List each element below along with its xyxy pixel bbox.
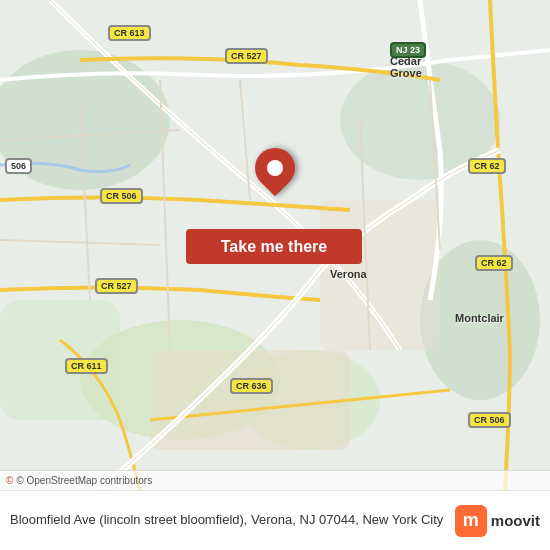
place-label-cedar-grove: CedarGrove <box>390 55 422 79</box>
moovit-icon: m <box>455 505 487 537</box>
road-badge-506: 506 <box>5 158 32 174</box>
take-me-there-button[interactable]: Take me there <box>186 229 362 264</box>
road-badge-cr613: CR 613 <box>108 25 151 41</box>
road-badge-cr636: CR 636 <box>230 378 273 394</box>
osm-icon: © <box>6 475 13 486</box>
road-badge-cr527-top: CR 527 <box>225 48 268 64</box>
road-badge-cr62-top: CR 62 <box>468 158 506 174</box>
map-container[interactable]: CR 613 CR 527 NJ 23 506 CR 506 CR 527 CR… <box>0 0 550 490</box>
place-label-verona: Verona <box>330 268 367 280</box>
location-pin <box>255 148 295 188</box>
moovit-logo: m moovit <box>455 505 540 537</box>
road-badge-cr62-mid: CR 62 <box>475 255 513 271</box>
road-badge-cr527-mid: CR 527 <box>95 278 138 294</box>
road-badge-cr506-bottom: CR 506 <box>468 412 511 428</box>
road-badge-cr506: CR 506 <box>100 188 143 204</box>
address-text: Bloomfield Ave (lincoln street bloomfiel… <box>10 512 455 529</box>
pin-outer <box>247 140 304 197</box>
attribution-bar: © © OpenStreetMap contributors <box>0 470 550 490</box>
attribution-text: © OpenStreetMap contributors <box>16 475 152 486</box>
bottom-bar: Bloomfield Ave (lincoln street bloomfiel… <box>0 490 550 550</box>
place-label-montclair: Montclair <box>455 312 504 324</box>
road-badge-cr611: CR 611 <box>65 358 108 374</box>
svg-rect-7 <box>150 350 350 450</box>
moovit-app-name: moovit <box>491 512 540 529</box>
pin-inner <box>267 160 283 176</box>
